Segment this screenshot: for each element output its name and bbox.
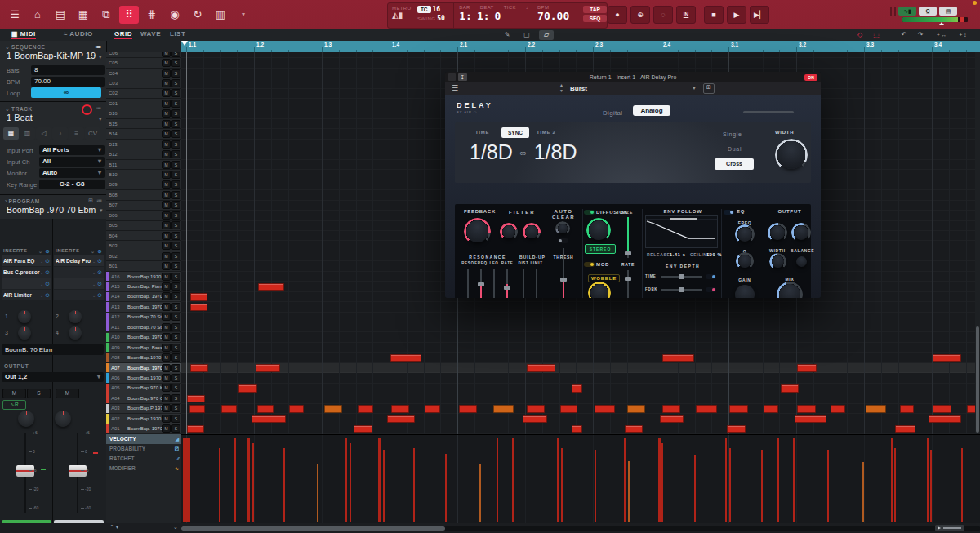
mod-rate-slider[interactable] bbox=[627, 270, 629, 298]
midi-note[interactable] bbox=[929, 415, 961, 424]
pad-mute-button[interactable]: M bbox=[162, 221, 171, 229]
velocity-bar[interactable] bbox=[512, 438, 514, 522]
pad-solo-button[interactable]: S bbox=[172, 252, 180, 260]
midi-note[interactable] bbox=[238, 384, 257, 393]
tab-list[interactable]: LIST bbox=[170, 30, 185, 38]
pad-row-B16[interactable]: B16MS bbox=[106, 109, 181, 119]
channel-fader[interactable]: +60-6-20-60 bbox=[2, 431, 49, 517]
program-add-icon[interactable]: ⊞ bbox=[88, 198, 93, 204]
velocity-bar[interactable] bbox=[561, 448, 563, 522]
tab-grid[interactable]: GRID bbox=[114, 30, 132, 39]
midi-note[interactable] bbox=[190, 364, 208, 372]
play-start-button[interactable]: ▶▏ bbox=[750, 6, 769, 24]
resonance-slider-rate[interactable] bbox=[506, 269, 508, 298]
pad-solo-button[interactable]: S bbox=[172, 191, 180, 199]
pad-row-B15[interactable]: B15MS bbox=[106, 119, 181, 129]
track-view-icon[interactable]: ▥ bbox=[211, 6, 230, 24]
bars-field[interactable]: 8 bbox=[31, 65, 105, 75]
midi-note[interactable] bbox=[523, 415, 547, 424]
eraser-tool[interactable]: ▱ bbox=[539, 30, 554, 40]
output-left-knob[interactable] bbox=[770, 225, 785, 240]
pad-mute-button[interactable]: M bbox=[162, 394, 171, 402]
velocity-bar[interactable] bbox=[557, 438, 559, 522]
undo-button[interactable]: ↶ bbox=[897, 30, 911, 40]
pad-row-C04[interactable]: C04MS bbox=[106, 69, 181, 78]
pad-mute-button[interactable]: M bbox=[162, 384, 171, 392]
pad-row-B02[interactable]: B02MS bbox=[106, 251, 181, 261]
pad-solo-button[interactable]: S bbox=[172, 344, 180, 352]
pad-row-A09[interactable]: A09BoomBap. BassLoopMS bbox=[106, 343, 181, 353]
pad-row-A16[interactable]: A16BoomBap.1970 PianoMS bbox=[106, 272, 181, 282]
mod-toggle[interactable] bbox=[584, 262, 595, 267]
qlink-knob-4[interactable] bbox=[69, 326, 82, 340]
pad-row-B09[interactable]: B09MS bbox=[106, 180, 181, 190]
pad-solo-button[interactable]: S bbox=[172, 313, 180, 321]
tab-wave[interactable]: WAVE bbox=[140, 30, 161, 38]
pad-mute-button[interactable]: M bbox=[162, 333, 171, 341]
pad-mute-button[interactable]: M bbox=[162, 404, 171, 412]
velocity-bar[interactable] bbox=[497, 438, 498, 522]
preset-save-icon[interactable]: ⊞ bbox=[703, 83, 715, 94]
midi-note[interactable] bbox=[572, 384, 582, 393]
mute-button[interactable]: M bbox=[2, 389, 26, 398]
routing-dual[interactable]: Dual bbox=[728, 146, 742, 152]
pad-solo-button[interactable]: S bbox=[172, 404, 180, 412]
autoclear-toggle[interactable] bbox=[558, 238, 568, 243]
pad-row-C06[interactable]: C06MS bbox=[106, 52, 181, 58]
bpm-field[interactable]: 70.00 bbox=[31, 77, 105, 87]
meter-marker[interactable] bbox=[939, 22, 944, 25]
pad-mute-button[interactable]: M bbox=[162, 273, 171, 281]
midi-note[interactable] bbox=[764, 405, 778, 413]
pad-mute-button[interactable]: M bbox=[162, 201, 171, 209]
beat-value[interactable]: 1: bbox=[477, 10, 490, 22]
program-menu-icon[interactable]: ≔ bbox=[96, 198, 102, 204]
pad-row-A13[interactable]: A13BoomBap. 1970 KeysMS bbox=[106, 302, 181, 312]
width-knob[interactable] bbox=[777, 141, 805, 169]
master-level-meter[interactable] bbox=[902, 17, 968, 22]
pad-mute-button[interactable]: M bbox=[162, 242, 171, 250]
eq-toggle[interactable] bbox=[724, 210, 734, 215]
plugin-save-icon[interactable]: ↧ bbox=[458, 73, 467, 81]
insert-slot[interactable]: Bus C.pressor⌄⊙ bbox=[2, 267, 51, 278]
velocity-bar[interactable] bbox=[219, 448, 220, 522]
velocity-bar[interactable] bbox=[961, 448, 963, 522]
pad-row-A10[interactable]: A10BoomBap. 1970 BassMS bbox=[106, 333, 181, 343]
pad-mute-button[interactable]: M bbox=[162, 262, 171, 270]
pad-solo-button[interactable]: S bbox=[172, 323, 180, 331]
pad-mute-button[interactable]: M bbox=[162, 364, 171, 372]
track-menu-icon[interactable]: ≔ bbox=[96, 105, 101, 112]
pad-solo-button[interactable]: S bbox=[172, 394, 180, 402]
midi-note[interactable] bbox=[252, 415, 286, 424]
v-scrollbar-handle[interactable] bbox=[976, 326, 979, 433]
size-slider[interactable] bbox=[627, 217, 629, 258]
pad-row-B14[interactable]: B14MS bbox=[106, 130, 181, 140]
input-ch-select[interactable]: All▾ bbox=[39, 157, 105, 167]
velocity-bar[interactable] bbox=[350, 443, 351, 522]
midi-note[interactable] bbox=[459, 405, 477, 413]
buildup-slider-dist[interactable] bbox=[523, 269, 524, 298]
pad-solo-button[interactable]: S bbox=[172, 89, 180, 97]
plugin-menu-icon[interactable]: ☰ bbox=[452, 84, 458, 92]
midi-note[interactable] bbox=[625, 425, 643, 433]
plugin-on-button[interactable]: ON bbox=[804, 74, 817, 81]
midi-note[interactable] bbox=[189, 405, 205, 413]
out-balance-knob[interactable] bbox=[796, 256, 807, 267]
velocity-bar[interactable] bbox=[777, 438, 779, 522]
insert-slot[interactable]: ⌄⊙ bbox=[54, 290, 104, 300]
eq-q-knob[interactable] bbox=[738, 255, 751, 268]
midi-note[interactable] bbox=[729, 405, 748, 413]
pad-mute-button[interactable]: M bbox=[162, 313, 171, 321]
track-dropdown-icon[interactable]: ▾ bbox=[99, 116, 102, 122]
tab-time[interactable]: TIME bbox=[475, 130, 489, 135]
bar-value[interactable]: 1: bbox=[459, 10, 472, 22]
pad-row-B04[interactable]: B04MS bbox=[106, 231, 181, 241]
midi-note[interactable] bbox=[258, 283, 284, 291]
fader-handle[interactable] bbox=[69, 465, 87, 477]
diffusion-toggle[interactable] bbox=[584, 210, 595, 215]
midi-note[interactable] bbox=[187, 395, 205, 403]
velocity-bar[interactable] bbox=[862, 462, 864, 522]
mod-wobble-knob[interactable] bbox=[590, 284, 608, 298]
velocity-bar[interactable] bbox=[761, 450, 763, 522]
wobble-chip[interactable]: WOBBLE bbox=[588, 274, 620, 282]
pad-solo-button[interactable]: S bbox=[172, 364, 180, 372]
